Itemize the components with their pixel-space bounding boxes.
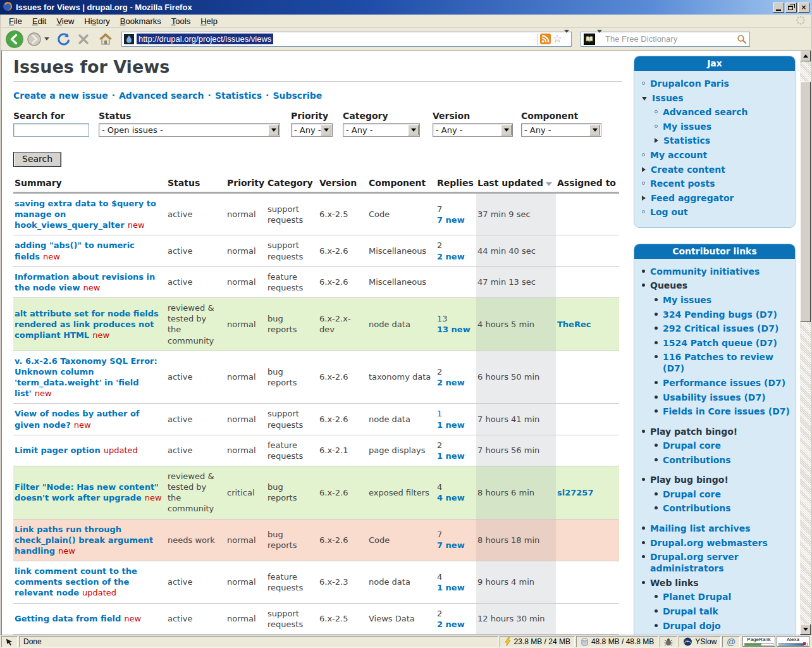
sidebar-item[interactable]: 324 Pending bugs (D7): [641, 307, 791, 321]
reload-button[interactable]: [57, 32, 71, 46]
new-replies-link[interactable]: 7 new: [437, 540, 472, 551]
issue-summary-link[interactable]: adding "abs()" to numeric fields: [15, 240, 135, 261]
search-engine-dropdown[interactable]: [597, 33, 602, 45]
chevron-down-icon[interactable]: [321, 125, 331, 135]
rss-icon[interactable]: [540, 34, 551, 44]
sidebar-item[interactable]: 116 Patches to review (D7): [641, 350, 791, 376]
vertical-scrollbar[interactable]: [800, 51, 811, 635]
url-dropdown[interactable]: [564, 33, 569, 45]
pointer-tool-icon[interactable]: [1, 636, 18, 647]
scroll-up-button[interactable]: [800, 51, 811, 61]
issue-summary-link[interactable]: Filter "Node: Has new content" doesn't w…: [15, 482, 159, 502]
col-priority[interactable]: Priority: [226, 176, 266, 193]
forward-button[interactable]: [27, 32, 42, 47]
sidebar-item[interactable]: Mailing list archives: [641, 521, 791, 536]
sidebar-item[interactable]: Recent posts: [641, 177, 791, 191]
sidebar-item[interactable]: Play bug bingo!: [641, 473, 791, 487]
sidebar-item[interactable]: Log out: [641, 205, 791, 220]
sidebar-item[interactable]: Feed aggregator: [641, 191, 791, 206]
category-select[interactable]: - Any -: [343, 123, 420, 137]
menu-tools[interactable]: Tools: [166, 15, 195, 27]
sidebar-item[interactable]: Planet Drupal: [641, 590, 791, 604]
sidebar-item[interactable]: Advanced search: [641, 105, 791, 120]
sidebar-item[interactable]: Drupal talk: [641, 604, 791, 619]
menu-help[interactable]: Help: [195, 15, 223, 27]
new-replies-link[interactable]: 2 new: [437, 251, 472, 262]
issue-summary-link[interactable]: Getting data from field: [15, 614, 121, 623]
action-link[interactable]: Statistics: [215, 90, 262, 101]
sidebar-item[interactable]: 1524 Patch queue (D7): [641, 335, 791, 350]
new-replies-link[interactable]: 7 new: [437, 215, 472, 225]
sidebar-item[interactable]: Usability issues (D7): [641, 390, 791, 404]
col-last-updated[interactable]: Last updated: [476, 176, 556, 193]
sidebar-item[interactable]: Performance issues (D7): [641, 376, 791, 390]
chevron-down-icon[interactable]: [408, 125, 419, 135]
sidebar-item[interactable]: Community initiatives: [641, 265, 791, 279]
stop-button[interactable]: [77, 33, 90, 46]
col-summary[interactable]: Summary: [13, 176, 166, 193]
issue-summary-link[interactable]: Limit pager option: [15, 446, 101, 455]
address-bar[interactable]: http://drupal.org/project/issues/views ☆: [121, 32, 572, 47]
url-text[interactable]: http://drupal.org/project/issues/views: [137, 34, 273, 44]
sidebar-item[interactable]: My account: [641, 148, 791, 163]
sidebar-item[interactable]: Drupal.org server administrators: [641, 550, 791, 576]
col-status[interactable]: Status: [166, 176, 226, 193]
sidebar-item[interactable]: Create content: [641, 162, 791, 177]
firebug-icon[interactable]: [660, 636, 677, 647]
search-button[interactable]: Search: [13, 152, 61, 167]
new-replies-link[interactable]: 13 new: [437, 324, 472, 335]
minimize-button[interactable]: [773, 3, 784, 13]
action-link[interactable]: Advanced search: [119, 90, 204, 101]
sidebar-item[interactable]: 292 Critical issues (D7): [641, 321, 791, 336]
sidebar-item[interactable]: Contributions: [641, 453, 791, 468]
sidebar-item[interactable]: Drupal core: [641, 487, 791, 502]
menu-edit[interactable]: Edit: [27, 15, 51, 27]
restore-button[interactable]: [785, 3, 797, 13]
search-go-icon[interactable]: [737, 34, 747, 44]
priority-select[interactable]: - Any -: [291, 123, 333, 137]
issue-summary-link[interactable]: alt attribute set for node fields render…: [15, 309, 159, 340]
home-button[interactable]: [99, 32, 113, 46]
search-input[interactable]: The Free Dictionary: [605, 34, 737, 44]
sidebar-item[interactable]: Drupal dojo: [641, 618, 791, 633]
scroll-down-button[interactable]: [800, 624, 811, 635]
menu-history[interactable]: History: [79, 15, 114, 27]
assigned-user-link[interactable]: TheRec: [557, 320, 591, 329]
col-component[interactable]: Component: [367, 176, 436, 193]
col-category[interactable]: Category: [266, 176, 318, 193]
sidebar-item[interactable]: My issues: [641, 293, 791, 308]
sidebar-item[interactable]: Drupal.org webmasters: [641, 535, 791, 550]
search-for-input[interactable]: [13, 123, 89, 137]
sidebar-item[interactable]: Queues: [641, 278, 791, 293]
sidebar-item[interactable]: Web links: [641, 576, 791, 590]
window-titlebar[interactable]: Issues for Views | drupal.org - Mozilla …: [0, 0, 812, 15]
component-select[interactable]: - Any -: [521, 123, 601, 137]
scrollbar-thumb[interactable]: [800, 82, 811, 322]
sidebar-item[interactable]: Drupal core: [641, 439, 791, 453]
sidebar-item[interactable]: Statistics: [641, 134, 791, 148]
alexa-widget[interactable]: Alexa: [777, 636, 809, 647]
menu-view[interactable]: View: [51, 15, 79, 27]
sidebar-item[interactable]: Issues: [641, 91, 791, 106]
sidebar-item[interactable]: Fields in Core issues (D7): [641, 404, 791, 419]
js-memory-panel[interactable]: 23.8 MB / 24 MB: [500, 636, 575, 647]
new-replies-link[interactable]: 2 new: [437, 377, 472, 388]
assigned-user-link[interactable]: sl27257: [557, 488, 593, 497]
memory-panel[interactable]: 48.8 MB / 48.8 MB: [576, 636, 658, 647]
sidebar-item[interactable]: Drupalcon Paris: [641, 77, 791, 91]
menu-bookmarks[interactable]: Bookmarks: [115, 15, 166, 27]
dictionary-engine-icon[interactable]: [584, 34, 595, 45]
back-history-dropdown[interactable]: [44, 37, 49, 40]
new-replies-link[interactable]: 1 new: [437, 451, 472, 461]
col-replies[interactable]: Replies: [436, 176, 476, 193]
sidebar-item[interactable]: My issues: [641, 120, 791, 134]
issue-summary-link[interactable]: Link paths run through check_plain() bre…: [15, 525, 153, 556]
col-version[interactable]: Version: [318, 176, 367, 193]
issue-summary-link[interactable]: link comment count to the comments secti…: [15, 566, 137, 597]
new-replies-link[interactable]: 1 new: [437, 582, 472, 593]
chevron-down-icon[interactable]: [589, 125, 600, 135]
menu-file[interactable]: File: [4, 15, 27, 27]
version-select[interactable]: - Any -: [433, 123, 513, 137]
bookmark-star-icon[interactable]: ☆: [553, 34, 562, 44]
quirk-icon[interactable]: @: [722, 636, 740, 647]
